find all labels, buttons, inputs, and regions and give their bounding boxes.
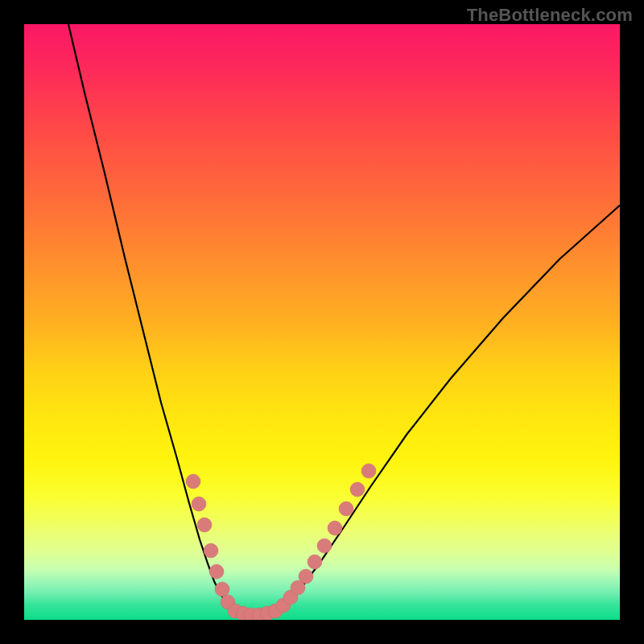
data-dot [361, 464, 376, 478]
data-dots [186, 464, 376, 620]
data-dot [192, 497, 206, 511]
watermark-text: TheBottleneck.com [467, 5, 633, 26]
data-dot [339, 502, 353, 516]
data-dot [328, 521, 342, 535]
data-dot [299, 569, 313, 584]
data-dot [197, 518, 212, 532]
data-dot [308, 555, 322, 569]
data-dot [209, 564, 224, 579]
plot-area [24, 24, 620, 620]
data-dot [186, 474, 200, 489]
data-dot [350, 482, 365, 497]
curve-layer [24, 24, 620, 620]
data-dot [204, 543, 218, 558]
data-dot [215, 582, 229, 597]
data-dot [317, 539, 332, 553]
chart-frame: TheBottleneck.com [0, 0, 644, 644]
